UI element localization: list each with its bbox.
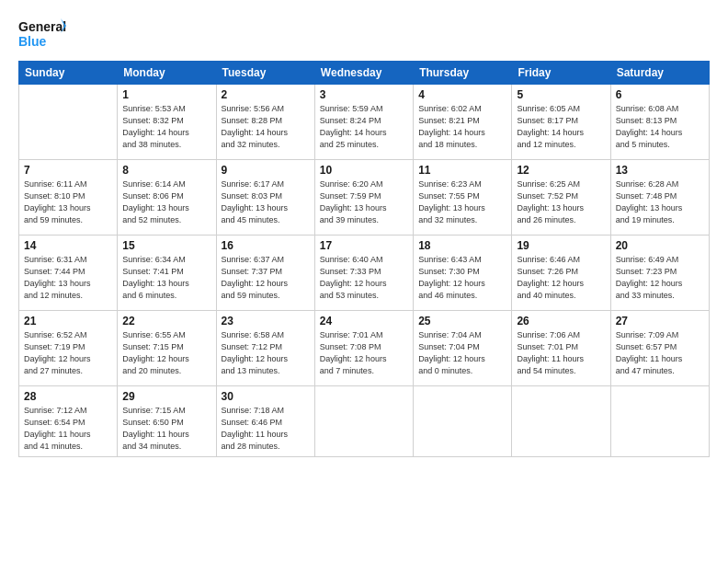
day-number: 22 [122, 315, 210, 327]
day-info: Sunrise: 6:28 AM Sunset: 7:48 PM Dayligh… [616, 178, 704, 226]
day-number: 23 [222, 315, 310, 327]
day-info: Sunrise: 7:15 AM Sunset: 6:50 PM Dayligh… [122, 405, 210, 453]
calendar-cell [610, 386, 709, 457]
day-info: Sunrise: 6:08 AM Sunset: 8:13 PM Dayligh… [616, 103, 704, 151]
calendar-cell: 28Sunrise: 7:12 AM Sunset: 6:54 PM Dayli… [19, 386, 118, 457]
calendar-week-row: 14Sunrise: 6:31 AM Sunset: 7:44 PM Dayli… [19, 236, 710, 311]
calendar-week-row: 21Sunrise: 6:52 AM Sunset: 7:19 PM Dayli… [19, 311, 710, 386]
day-info: Sunrise: 6:20 AM Sunset: 7:59 PM Dayligh… [320, 178, 408, 226]
day-number: 20 [616, 239, 704, 252]
calendar-cell [19, 85, 118, 160]
day-number: 21 [24, 315, 112, 327]
calendar-cell: 25Sunrise: 7:04 AM Sunset: 7:04 PM Dayli… [414, 311, 512, 386]
day-info: Sunrise: 6:58 AM Sunset: 7:12 PM Dayligh… [222, 329, 310, 377]
logo: General Blue [18, 17, 66, 52]
calendar-cell: 11Sunrise: 6:23 AM Sunset: 7:55 PM Dayli… [414, 160, 512, 236]
calendar-cell: 16Sunrise: 6:37 AM Sunset: 7:37 PM Dayli… [216, 236, 314, 311]
day-number: 24 [320, 315, 408, 327]
day-number: 30 [222, 390, 310, 403]
calendar-cell: 24Sunrise: 7:01 AM Sunset: 7:08 PM Dayli… [314, 311, 413, 386]
day-info: Sunrise: 6:55 AM Sunset: 7:15 PM Dayligh… [122, 329, 210, 377]
calendar-cell [414, 386, 512, 457]
day-info: Sunrise: 6:37 AM Sunset: 7:37 PM Dayligh… [222, 254, 310, 302]
day-number: 25 [418, 315, 506, 327]
calendar-cell [314, 386, 413, 457]
day-number: 2 [222, 88, 310, 101]
calendar-week-row: 28Sunrise: 7:12 AM Sunset: 6:54 PM Dayli… [19, 386, 710, 457]
calendar-table: SundayMondayTuesdayWednesdayThursdayFrid… [18, 61, 710, 457]
calendar-cell: 3Sunrise: 5:59 AM Sunset: 8:24 PM Daylig… [314, 85, 413, 160]
calendar-cell: 23Sunrise: 6:58 AM Sunset: 7:12 PM Dayli… [216, 311, 314, 386]
day-number: 16 [222, 239, 310, 252]
day-number: 4 [418, 88, 506, 101]
day-info: Sunrise: 7:18 AM Sunset: 6:46 PM Dayligh… [222, 405, 310, 453]
day-number: 26 [517, 315, 605, 327]
day-number: 6 [616, 88, 704, 101]
weekday-header-sunday: Sunday [19, 62, 118, 85]
day-info: Sunrise: 5:53 AM Sunset: 8:32 PM Dayligh… [122, 103, 210, 151]
weekday-header-friday: Friday [512, 62, 610, 85]
calendar-cell: 10Sunrise: 6:20 AM Sunset: 7:59 PM Dayli… [314, 160, 413, 236]
day-number: 5 [517, 88, 605, 101]
day-info: Sunrise: 6:34 AM Sunset: 7:41 PM Dayligh… [122, 254, 210, 302]
day-number: 12 [517, 164, 605, 177]
day-info: Sunrise: 5:59 AM Sunset: 8:24 PM Dayligh… [320, 103, 408, 151]
calendar-cell: 29Sunrise: 7:15 AM Sunset: 6:50 PM Dayli… [118, 386, 216, 457]
day-number: 15 [122, 239, 210, 252]
day-number: 3 [320, 88, 408, 101]
calendar-cell: 1Sunrise: 5:53 AM Sunset: 8:32 PM Daylig… [118, 85, 216, 160]
calendar-cell: 5Sunrise: 6:05 AM Sunset: 8:17 PM Daylig… [512, 85, 610, 160]
day-number: 17 [320, 239, 408, 252]
day-number: 29 [122, 390, 210, 403]
calendar-cell: 26Sunrise: 7:06 AM Sunset: 7:01 PM Dayli… [512, 311, 610, 386]
calendar-cell: 8Sunrise: 6:14 AM Sunset: 8:06 PM Daylig… [118, 160, 216, 236]
calendar-week-row: 7Sunrise: 6:11 AM Sunset: 8:10 PM Daylig… [19, 160, 710, 236]
day-info: Sunrise: 6:49 AM Sunset: 7:23 PM Dayligh… [616, 254, 704, 302]
calendar-cell: 22Sunrise: 6:55 AM Sunset: 7:15 PM Dayli… [118, 311, 216, 386]
day-number: 28 [24, 390, 112, 403]
day-info: Sunrise: 5:56 AM Sunset: 8:28 PM Dayligh… [222, 103, 310, 151]
calendar-cell: 13Sunrise: 6:28 AM Sunset: 7:48 PM Dayli… [610, 160, 709, 236]
calendar-cell: 17Sunrise: 6:40 AM Sunset: 7:33 PM Dayli… [314, 236, 413, 311]
weekday-header-saturday: Saturday [610, 62, 709, 85]
weekday-header-tuesday: Tuesday [216, 62, 314, 85]
day-number: 1 [122, 88, 210, 101]
day-info: Sunrise: 7:06 AM Sunset: 7:01 PM Dayligh… [517, 329, 605, 377]
day-info: Sunrise: 6:11 AM Sunset: 8:10 PM Dayligh… [24, 178, 112, 226]
day-info: Sunrise: 7:12 AM Sunset: 6:54 PM Dayligh… [24, 405, 112, 453]
day-info: Sunrise: 6:14 AM Sunset: 8:06 PM Dayligh… [122, 178, 210, 226]
day-number: 7 [24, 164, 112, 177]
day-number: 8 [122, 164, 210, 177]
day-info: Sunrise: 6:05 AM Sunset: 8:17 PM Dayligh… [517, 103, 605, 151]
header: General Blue [18, 17, 710, 52]
calendar-week-row: 1Sunrise: 5:53 AM Sunset: 8:32 PM Daylig… [19, 85, 710, 160]
calendar-cell: 19Sunrise: 6:46 AM Sunset: 7:26 PM Dayli… [512, 236, 610, 311]
day-info: Sunrise: 6:25 AM Sunset: 7:52 PM Dayligh… [517, 178, 605, 226]
calendar-cell: 14Sunrise: 6:31 AM Sunset: 7:44 PM Dayli… [19, 236, 118, 311]
calendar-cell: 9Sunrise: 6:17 AM Sunset: 8:03 PM Daylig… [216, 160, 314, 236]
calendar-header-row: SundayMondayTuesdayWednesdayThursdayFrid… [19, 62, 710, 85]
day-info: Sunrise: 6:40 AM Sunset: 7:33 PM Dayligh… [320, 254, 408, 302]
calendar-cell: 2Sunrise: 5:56 AM Sunset: 8:28 PM Daylig… [216, 85, 314, 160]
day-info: Sunrise: 7:04 AM Sunset: 7:04 PM Dayligh… [418, 329, 506, 377]
calendar-cell: 7Sunrise: 6:11 AM Sunset: 8:10 PM Daylig… [19, 160, 118, 236]
day-info: Sunrise: 6:46 AM Sunset: 7:26 PM Dayligh… [517, 254, 605, 302]
day-number: 14 [24, 239, 112, 252]
day-number: 11 [418, 164, 506, 177]
weekday-header-thursday: Thursday [414, 62, 512, 85]
day-number: 18 [418, 239, 506, 252]
day-number: 27 [616, 315, 704, 327]
day-info: Sunrise: 6:31 AM Sunset: 7:44 PM Dayligh… [24, 254, 112, 302]
day-info: Sunrise: 6:02 AM Sunset: 8:21 PM Dayligh… [418, 103, 506, 151]
calendar-cell: 18Sunrise: 6:43 AM Sunset: 7:30 PM Dayli… [414, 236, 512, 311]
day-info: Sunrise: 6:17 AM Sunset: 8:03 PM Dayligh… [222, 178, 310, 226]
day-number: 9 [222, 164, 310, 177]
calendar-cell [512, 386, 610, 457]
day-info: Sunrise: 7:09 AM Sunset: 6:57 PM Dayligh… [616, 329, 704, 377]
day-info: Sunrise: 6:23 AM Sunset: 7:55 PM Dayligh… [418, 178, 506, 226]
day-number: 19 [517, 239, 605, 252]
svg-text:General: General [18, 19, 66, 34]
calendar-cell: 20Sunrise: 6:49 AM Sunset: 7:23 PM Dayli… [610, 236, 709, 311]
calendar-cell: 15Sunrise: 6:34 AM Sunset: 7:41 PM Dayli… [118, 236, 216, 311]
day-number: 13 [616, 164, 704, 177]
